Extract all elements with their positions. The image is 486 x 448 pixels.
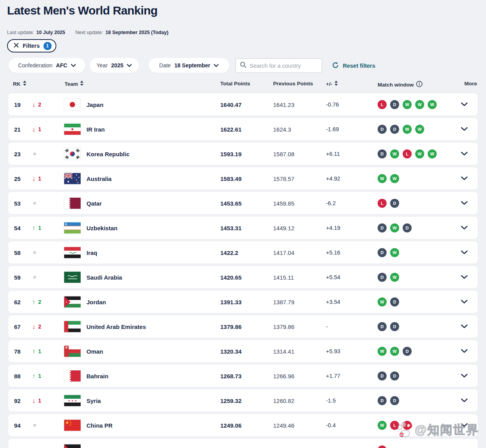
rank-value: 94 (14, 422, 21, 428)
previous-points-header-label: Previous Points (273, 81, 313, 87)
table-row[interactable]: 78↑1Oman1320.341314.41+5.93WWD (8, 340, 478, 363)
info-circle-icon[interactable] (416, 81, 423, 89)
table-row[interactable]: 25↓1Australia1583.491578.57+4.92WW (8, 167, 478, 190)
result-d-badge: D (378, 149, 387, 158)
table-row[interactable]: 23Korea Republic1593.191587.08+6.11DWLWW (8, 142, 478, 165)
match-window-results: WD (378, 297, 399, 306)
date-dropdown[interactable]: Date 18 September (149, 58, 229, 73)
expand-row-chevron-icon[interactable] (459, 199, 469, 208)
points-diff-value: -0.76 (326, 101, 339, 108)
table-row[interactable]: ↑L (8, 438, 478, 448)
table-row[interactable]: 94China PR1249.061249.46-0.4WLL (8, 414, 478, 437)
team-name: Oman (86, 348, 103, 354)
table-row[interactable]: 67↓2United Arab Emirates1379.861379.86-D… (8, 315, 478, 338)
table-row[interactable]: 88↑1Bahrain1268.731266.96+1.77DD (8, 364, 478, 387)
result-l-badge: L (378, 100, 387, 109)
confederation-label: Confederation (18, 62, 52, 69)
result-w-badge: W (428, 100, 437, 109)
rank-header-label: RK (13, 81, 21, 87)
confederation-dropdown[interactable]: Confederation AFC (9, 58, 85, 73)
flag-sy-icon (64, 394, 81, 406)
rank-value: 67 (14, 323, 21, 330)
table-row[interactable]: 58Iraq1422.21417.04+5.16DW (8, 241, 478, 264)
result-d-badge: D (390, 199, 399, 208)
page-title: Latest Men's World Ranking (7, 4, 157, 17)
next-update-label: Next update: (75, 30, 103, 35)
flag-om-icon (64, 345, 81, 357)
rank-down-arrow-icon: ↓ (32, 397, 36, 404)
total-points-value: 1453.65 (220, 200, 241, 206)
total-points-value: 1379.86 (220, 323, 241, 330)
expand-row-chevron-icon[interactable] (459, 273, 469, 282)
match-window-results: DD (378, 322, 399, 331)
rank-change (32, 202, 36, 204)
expand-row-chevron-icon[interactable] (459, 100, 469, 109)
result-d-badge: D (378, 371, 387, 380)
rank-change: ↑ (32, 446, 38, 448)
column-header-rank[interactable]: RK (13, 81, 26, 87)
result-d-badge: D (390, 297, 399, 306)
rank-change: ↓2 (32, 101, 41, 108)
rank-change (32, 424, 36, 426)
team-name: Japan (86, 101, 103, 108)
points-diff-value: -6.2 (326, 200, 336, 206)
confederation-value: AFC (56, 62, 67, 69)
flag-sa-icon (64, 271, 81, 283)
match-window-results: WW (378, 174, 399, 183)
match-window-results: DW (378, 273, 399, 282)
total-points-value: 1453.31 (220, 224, 241, 231)
rank-change: ↑1 (32, 224, 41, 231)
chevron-down-icon (71, 62, 76, 69)
table-row[interactable]: 19↓2Japan1640.471641.23-0.76LDWWW (8, 93, 478, 116)
previous-points-value: 1249.46 (273, 422, 294, 428)
table-row[interactable]: 59Saudi Arabia1420.651415.11+5.54DW (8, 266, 478, 289)
flag-ps-icon (64, 444, 81, 448)
match-window-results: LD (378, 199, 399, 208)
rank-change-value: 1 (38, 397, 41, 404)
expand-row-chevron-icon[interactable] (459, 396, 469, 405)
expand-row-chevron-icon[interactable] (459, 421, 469, 430)
expand-row-chevron-icon[interactable] (459, 174, 469, 183)
result-l-badge: L (390, 421, 399, 430)
filters-button[interactable]: Filters 1 (7, 39, 56, 52)
column-header-plus-minus[interactable]: +/- (326, 81, 338, 87)
table-row[interactable]: 54↑1Uzbekistan1453.311449.12+4.19DWD (8, 216, 478, 239)
expand-row-chevron-icon[interactable] (459, 322, 469, 331)
match-window-results: DWLWW (378, 149, 437, 158)
team-name: IR Iran (86, 126, 105, 132)
table-row[interactable]: 21↓1IR Iran1622.611624.3-1.69DDWW (8, 117, 478, 141)
expand-row-chevron-icon[interactable] (459, 223, 469, 232)
expand-row-chevron-icon[interactable] (459, 125, 469, 134)
expand-row-chevron-icon[interactable] (459, 371, 469, 380)
next-update-value: 18 September 2025 (Today) (105, 30, 168, 35)
match-window-results: WWD (378, 347, 412, 356)
rank-no-change-dot-icon (33, 251, 36, 254)
expand-row-chevron-icon[interactable] (459, 149, 469, 158)
match-window-results: DWD (378, 223, 412, 232)
table-row[interactable]: 92↓1Syria1259.321260.82-1.5DD (8, 389, 478, 412)
reset-filters-button[interactable]: Reset filters (332, 59, 375, 72)
expand-row-chevron-icon[interactable] (459, 248, 469, 257)
rank-change-value: 2 (38, 299, 41, 305)
flag-ir-icon (64, 123, 81, 135)
team-name: Saudi Arabia (86, 274, 122, 280)
result-w-badge: W (390, 149, 399, 158)
rank-value: 62 (14, 298, 21, 305)
result-w-badge: W (415, 125, 424, 134)
result-l-badge: L (403, 421, 412, 430)
chevron-down-icon (127, 62, 132, 69)
year-value: 2025 (111, 62, 123, 69)
team-name: Uzbekistan (86, 224, 117, 231)
year-dropdown[interactable]: Year 2025 (90, 58, 139, 73)
table-row[interactable]: 62↑2Jordan1391.331387.79+3.54WD (8, 290, 478, 313)
column-header-team[interactable]: Team (65, 81, 83, 87)
result-d-badge: D (378, 248, 387, 257)
match-window-results: LDWWW (378, 100, 437, 109)
table-row[interactable]: 53Qatar1453.651459.85-6.2LD (8, 191, 478, 215)
expand-row-chevron-icon[interactable] (459, 297, 469, 306)
team-name: Australia (86, 175, 112, 182)
search-input[interactable] (250, 63, 323, 69)
rank-value: 58 (14, 249, 21, 256)
expand-row-chevron-icon[interactable] (459, 347, 469, 356)
result-w-badge: W (403, 100, 412, 109)
